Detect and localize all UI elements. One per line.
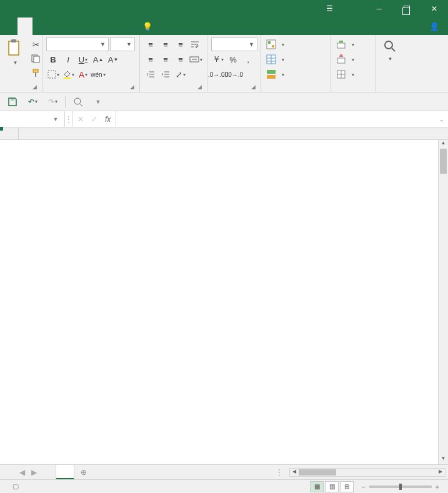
bold-button[interactable]: B: [46, 52, 60, 66]
zoom-slider[interactable]: [369, 486, 432, 488]
redo-button[interactable]: ↷▾: [45, 94, 60, 109]
minimize-button[interactable]: ─: [366, 0, 393, 17]
tab-split-handle[interactable]: ⋮: [276, 468, 283, 477]
customize-qat-button[interactable]: ▼: [91, 94, 106, 109]
fill-color-button[interactable]: ▾: [61, 67, 75, 81]
cond-format-icon: [266, 39, 276, 49]
increase-font-button[interactable]: A▲: [91, 52, 105, 66]
format-cells-button[interactable]: ▾: [335, 67, 372, 81]
insert-cells-button[interactable]: ▾: [335, 37, 372, 51]
merge-center-button[interactable]: ▾: [189, 52, 202, 66]
orientation-button[interactable]: ⤢▾: [174, 67, 187, 81]
scroll-left-arrow[interactable]: ◀: [290, 469, 299, 476]
share-button[interactable]: 👤: [423, 17, 448, 35]
tab-data[interactable]: [77, 17, 92, 35]
align-middle-button[interactable]: ≡: [159, 37, 172, 51]
name-box-input[interactable]: [0, 111, 50, 127]
alignment-dialog-launcher[interactable]: ◢: [196, 84, 203, 91]
merge-icon: [189, 55, 199, 64]
sheet-nav-prev[interactable]: ◀: [19, 468, 25, 477]
zoom-out-button[interactable]: −: [361, 483, 365, 491]
increase-indent-button[interactable]: [159, 67, 172, 81]
align-left-button[interactable]: ≡: [144, 52, 157, 66]
undo-button[interactable]: ↶▾: [25, 94, 40, 109]
delete-cells-button[interactable]: ▾: [335, 52, 372, 66]
restore-button[interactable]: [393, 0, 421, 17]
align-center-button[interactable]: ≡: [159, 52, 172, 66]
save-button[interactable]: [5, 94, 20, 109]
wrap-text-button[interactable]: [189, 37, 202, 51]
macro-record-icon[interactable]: ▢: [12, 482, 19, 491]
select-all-corner[interactable]: [0, 127, 19, 139]
accounting-format-button[interactable]: ￥▾: [211, 52, 225, 66]
font-name-combo[interactable]: ▼: [46, 37, 109, 51]
formula-input[interactable]: [116, 111, 436, 127]
ribbon: ▼ ✂ ◢ ▼ ▼ B I U▾ A▲ A▼ ▾: [0, 35, 448, 92]
expand-formula-bar-button[interactable]: ⌄: [436, 111, 448, 127]
format-as-table-button[interactable]: ▾: [265, 52, 327, 66]
sheet-nav-next[interactable]: ▶: [31, 468, 37, 477]
decrease-decimal-button[interactable]: .00→.0: [226, 67, 240, 81]
horizontal-scrollbar[interactable]: ◀ ▶: [289, 468, 446, 477]
border-button[interactable]: ▾: [46, 67, 60, 81]
vertical-scrollbar[interactable]: ▲ ▼: [438, 140, 448, 464]
font-size-combo[interactable]: ▼: [110, 37, 135, 51]
tab-file[interactable]: [2, 17, 17, 35]
status-bar: ▢ ▦ ▥ ⊞ − +: [0, 479, 448, 493]
cell-styles-button[interactable]: ▾: [265, 67, 327, 81]
sheet-tab-sheet1[interactable]: [56, 465, 74, 479]
page-layout-view-button[interactable]: ▥: [325, 481, 339, 492]
tab-view[interactable]: [107, 17, 122, 35]
scroll-down-arrow[interactable]: ▼: [439, 456, 448, 464]
font-dialog-launcher[interactable]: ◢: [128, 84, 136, 91]
zoom-thumb[interactable]: [399, 484, 402, 490]
sheet-tab-bar: ◀ ▶ ⊕ ⋮ ◀ ▶: [0, 464, 448, 479]
tab-page-layout[interactable]: [47, 17, 62, 35]
new-sheet-button[interactable]: ⊕: [74, 465, 93, 479]
tab-formulas[interactable]: [62, 17, 77, 35]
scroll-right-arrow[interactable]: ▶: [436, 469, 445, 476]
close-button[interactable]: ✕: [421, 0, 448, 17]
page-break-view-button[interactable]: ⊞: [340, 481, 354, 492]
underline-button[interactable]: U▾: [76, 52, 90, 66]
tab-home[interactable]: [17, 17, 32, 35]
tab-review[interactable]: [92, 17, 107, 35]
align-bottom-button[interactable]: ≡: [174, 37, 187, 51]
ribbon-display-options-icon[interactable]: ☰: [321, 4, 338, 13]
phonetic-button[interactable]: wén▾: [91, 67, 105, 81]
account-name[interactable]: [411, 17, 423, 35]
svg-point-19: [385, 41, 392, 49]
tell-me-input[interactable]: 💡: [137, 17, 160, 35]
align-top-button[interactable]: ≡: [144, 37, 157, 51]
hscroll-thumb[interactable]: [299, 469, 336, 476]
conditional-formatting-button[interactable]: ▾: [265, 37, 327, 51]
font-color-button[interactable]: A▾: [76, 67, 90, 81]
percent-format-button[interactable]: %: [226, 52, 240, 66]
format-painter-button[interactable]: [29, 66, 42, 80]
tab-developer[interactable]: [122, 17, 137, 35]
clipboard-dialog-launcher[interactable]: ◢: [31, 84, 38, 91]
svg-rect-14: [267, 75, 276, 79]
align-right-button[interactable]: ≡: [174, 52, 187, 66]
name-box[interactable]: ▼: [0, 111, 65, 127]
paste-button[interactable]: ▼: [4, 37, 26, 67]
vscroll-thumb[interactable]: [440, 149, 447, 174]
decrease-font-button[interactable]: A▼: [106, 52, 120, 66]
italic-button[interactable]: I: [61, 52, 75, 66]
normal-view-button[interactable]: ▦: [310, 481, 324, 492]
insert-function-button[interactable]: fx: [105, 115, 111, 124]
decrease-indent-button[interactable]: [144, 67, 157, 81]
cut-button[interactable]: ✂: [29, 37, 42, 51]
formula-bar-handle[interactable]: ⋮: [65, 111, 72, 127]
find-select-button[interactable]: ▼: [380, 37, 400, 63]
number-dialog-launcher[interactable]: ◢: [249, 84, 257, 91]
copy-button[interactable]: [29, 52, 42, 66]
name-box-dropdown[interactable]: ▼: [50, 116, 61, 122]
comma-format-button[interactable]: ,: [241, 52, 255, 66]
format-icon: [336, 69, 346, 79]
zoom-in-button[interactable]: +: [436, 483, 439, 491]
number-format-combo[interactable]: ▼: [211, 37, 257, 51]
scroll-up-arrow[interactable]: ▲: [439, 140, 448, 149]
tab-insert[interactable]: [32, 17, 47, 35]
print-preview-button[interactable]: [71, 94, 86, 109]
